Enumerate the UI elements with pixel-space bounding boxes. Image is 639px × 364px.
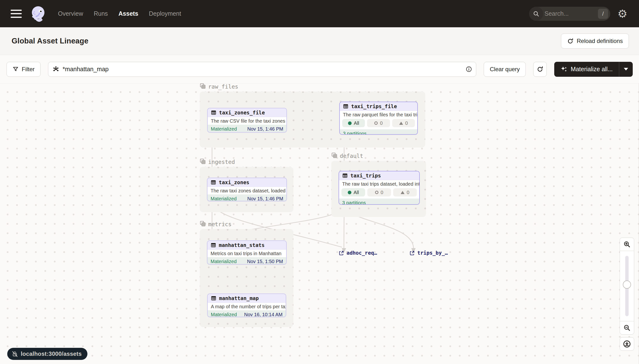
group-label-text: default	[340, 153, 363, 159]
zoom-slider-thumb[interactable]	[623, 280, 631, 289]
materialize-options-button[interactable]	[619, 62, 633, 77]
zoom-slider[interactable]	[620, 251, 634, 321]
asset-node-taxi_zones_file[interactable]: taxi_zones_fileThe raw CSV file for the …	[207, 108, 287, 132]
asset-lineage-canvas[interactable]: raw_filesingesteddefaultmetricstaxi_zone…	[0, 83, 639, 364]
asset-node-header: manhattan_map	[208, 294, 286, 303]
external-asset-adhoc_req[interactable]: adhoc_req…	[339, 250, 377, 256]
nav-item-overview[interactable]: Overview	[58, 10, 83, 17]
asset-node-taxi_zones[interactable]: taxi_zonesThe raw taxi zones dataset, lo…	[207, 178, 287, 201]
partition-pill-label: 0	[380, 120, 383, 126]
asset-node-header: taxi_zones	[207, 178, 286, 187]
group-icon	[331, 152, 337, 160]
download-graph-button[interactable]	[620, 337, 634, 351]
partitions-count: 3 partitions	[343, 131, 367, 135]
table-icon	[343, 104, 348, 109]
partition-pill-label: All	[354, 190, 359, 195]
partition-pill-label: All	[354, 120, 359, 126]
gear-icon[interactable]: ⚙	[617, 8, 627, 19]
query-text-field[interactable]	[63, 66, 462, 73]
asset-description: The raw taxi trips dataset, loaded into …	[339, 180, 419, 188]
info-icon[interactable]	[466, 66, 472, 72]
materialized-status: Materialized	[211, 259, 237, 264]
partition-pill[interactable]: All	[342, 119, 365, 127]
partition-pill-label: 0	[381, 190, 383, 195]
materialize-all-split-button: Materialize all...	[554, 62, 633, 77]
table-icon	[211, 180, 216, 185]
asset-query-input[interactable]	[48, 62, 476, 77]
external-link-icon	[339, 250, 344, 256]
materialize-all-button[interactable]: Materialize all...	[554, 62, 619, 77]
partition-pill[interactable]: 0	[392, 119, 415, 127]
table-icon	[211, 242, 216, 248]
asset-name: taxi_zones	[219, 180, 249, 186]
url-text: localhost:3000/assets	[21, 350, 82, 357]
asset-description: Metrics on taxi trips in Manhattan	[207, 250, 286, 257]
asset-description: The raw parquet files for the taxi trips…	[340, 111, 417, 118]
partition-pill-row: All00	[340, 118, 417, 130]
asset-node-header: manhattan_stats	[207, 241, 286, 250]
group-label-text: raw_files	[208, 84, 238, 90]
asset-description: The raw taxi zones dataset, loaded int..…	[207, 187, 286, 194]
partition-pill-row: All00	[339, 188, 419, 199]
asset-description: The raw CSV file for the taxi zones dat.…	[208, 117, 286, 125]
zoom-out-button[interactable]	[620, 321, 634, 334]
zoom-controls	[620, 238, 634, 334]
refresh-graph-button[interactable]	[533, 62, 547, 77]
materialized-timestamp: Nov 15, 1:50 PM	[247, 259, 283, 264]
group-label-default: default	[331, 152, 363, 160]
asset-node-footer: MaterializedNov 15, 1:46 PM	[208, 125, 286, 132]
materialized-timestamp: Nov 15, 1:46 PM	[247, 126, 283, 132]
partition-pill[interactable]: 0	[367, 119, 390, 127]
funnel-icon	[13, 66, 19, 72]
external-asset-trips_by[interactable]: trips_by_…	[409, 250, 448, 256]
nav-item-assets[interactable]: Assets	[119, 10, 138, 17]
table-icon	[211, 110, 216, 116]
asset-description: A map of the number of trips per taxi z.…	[208, 303, 286, 310]
filter-button[interactable]: Filter	[7, 62, 41, 77]
asset-node-manhattan_map[interactable]: manhattan_mapA map of the number of trip…	[207, 294, 286, 317]
asset-node-footer: 3 partitions	[339, 199, 419, 205]
triangle-icon	[399, 122, 403, 125]
menu-icon[interactable]	[11, 10, 22, 18]
asset-name: taxi_zones_file	[219, 110, 265, 116]
asset-node-header: taxi_zones_file	[208, 108, 286, 117]
table-icon	[211, 296, 216, 301]
asset-name: taxi_trips	[350, 173, 381, 178]
materialized-status: Materialized	[211, 312, 237, 317]
asset-node-taxi_trips_file[interactable]: taxi_trips_fileThe raw parquet files for…	[339, 102, 418, 135]
partition-pill[interactable]: All	[341, 188, 365, 196]
asset-name: taxi_trips_file	[351, 104, 397, 109]
asset-node-footer: MaterializedNov 15, 1:46 PM	[207, 194, 286, 201]
refresh-icon	[537, 66, 543, 73]
zoom-out-icon	[623, 324, 630, 332]
search-input[interactable]: Search... /	[529, 7, 610, 21]
asset-node-manhattan_stats[interactable]: manhattan_statsMetrics on taxi trips in …	[207, 240, 287, 264]
dot-icon	[348, 122, 352, 125]
group-label-metrics: metrics	[200, 220, 232, 228]
search-shortcut-badge: /	[598, 9, 608, 19]
table-icon	[342, 173, 348, 178]
materialized-status: Materialized	[211, 196, 237, 201]
triangle-icon	[401, 191, 404, 194]
ring-icon	[374, 122, 378, 125]
zoom-in-button[interactable]	[620, 238, 634, 251]
partition-pill[interactable]: 0	[393, 188, 417, 196]
partition-pill[interactable]: 0	[367, 188, 391, 196]
nav-item-runs[interactable]: Runs	[94, 10, 108, 17]
partitions-count: 3 partitions	[342, 200, 366, 205]
dagster-logo-icon[interactable]	[30, 5, 46, 22]
group-icon	[200, 83, 206, 90]
zoom-in-icon	[623, 241, 630, 248]
reload-definitions-button[interactable]: Reload definitions	[561, 34, 629, 48]
asset-node-taxi_trips[interactable]: taxi_tripsThe raw taxi trips dataset, lo…	[339, 171, 420, 205]
partition-pill-label: 0	[407, 190, 409, 195]
asset-name: manhattan_map	[219, 296, 259, 301]
asset-node-header: taxi_trips	[339, 172, 419, 180]
clear-query-button[interactable]: Clear query	[484, 62, 526, 77]
group-label-text: ingested	[208, 159, 235, 165]
external-link-icon	[409, 250, 415, 256]
nav-item-deployment[interactable]: Deployment	[149, 10, 181, 17]
chevron-down-icon	[624, 68, 628, 70]
group-icon	[200, 220, 206, 228]
browser-url-badge: localhost:3000/assets	[7, 348, 88, 360]
